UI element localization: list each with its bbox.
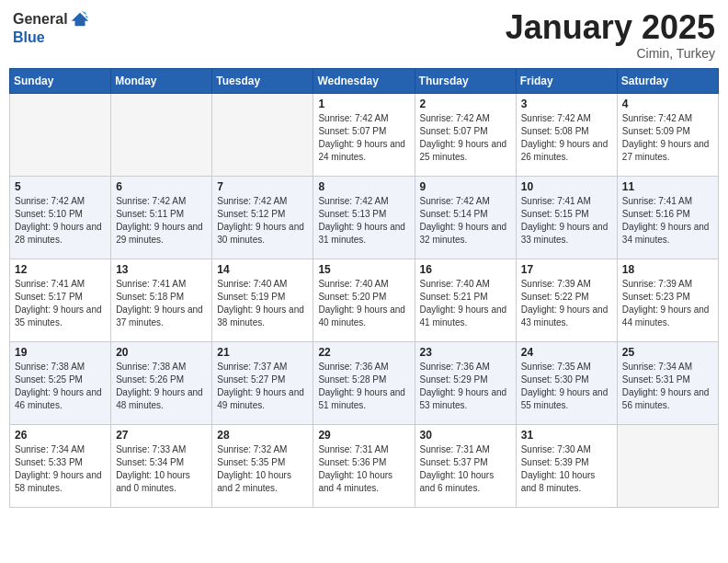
day-number: 2 bbox=[420, 98, 511, 110]
day-info: Sunrise: 7:35 AM Sunset: 5:30 PM Dayligh… bbox=[521, 361, 612, 412]
day-info: Sunrise: 7:34 AM Sunset: 5:31 PM Dayligh… bbox=[622, 361, 713, 412]
calendar-cell: 7Sunrise: 7:42 AM Sunset: 5:12 PM Daylig… bbox=[212, 176, 313, 259]
logo-icon bbox=[70, 9, 90, 29]
calendar-cell: 26Sunrise: 7:34 AM Sunset: 5:33 PM Dayli… bbox=[10, 424, 111, 507]
day-info: Sunrise: 7:32 AM Sunset: 5:35 PM Dayligh… bbox=[217, 443, 308, 495]
calendar-cell: 3Sunrise: 7:42 AM Sunset: 5:08 PM Daylig… bbox=[516, 93, 617, 176]
calendar-cell bbox=[212, 93, 313, 176]
day-info: Sunrise: 7:41 AM Sunset: 5:17 PM Dayligh… bbox=[15, 278, 106, 329]
calendar-cell: 28Sunrise: 7:32 AM Sunset: 5:35 PM Dayli… bbox=[212, 424, 313, 507]
month-title: January 2025 bbox=[506, 9, 715, 46]
calendar-week-row-3: 12Sunrise: 7:41 AM Sunset: 5:17 PM Dayli… bbox=[10, 259, 719, 341]
calendar-cell: 16Sunrise: 7:40 AM Sunset: 5:21 PM Dayli… bbox=[415, 259, 516, 341]
day-info: Sunrise: 7:40 AM Sunset: 5:19 PM Dayligh… bbox=[217, 278, 308, 329]
calendar-cell: 8Sunrise: 7:42 AM Sunset: 5:13 PM Daylig… bbox=[313, 176, 415, 259]
weekday-header-wednesday: Wednesday bbox=[313, 68, 415, 93]
day-number: 26 bbox=[15, 429, 106, 442]
day-number: 4 bbox=[622, 98, 713, 110]
calendar-cell: 1Sunrise: 7:42 AM Sunset: 5:07 PM Daylig… bbox=[313, 93, 415, 176]
day-number: 9 bbox=[420, 180, 511, 193]
day-number: 27 bbox=[116, 429, 207, 442]
calendar-cell: 5Sunrise: 7:42 AM Sunset: 5:10 PM Daylig… bbox=[10, 176, 111, 259]
calendar-week-row-1: 1Sunrise: 7:42 AM Sunset: 5:07 PM Daylig… bbox=[10, 93, 719, 176]
day-number: 16 bbox=[420, 263, 511, 276]
day-info: Sunrise: 7:39 AM Sunset: 5:23 PM Dayligh… bbox=[622, 278, 713, 329]
weekday-header-row: SundayMondayTuesdayWednesdayThursdayFrid… bbox=[10, 68, 719, 93]
calendar-cell: 29Sunrise: 7:31 AM Sunset: 5:36 PM Dayli… bbox=[313, 424, 415, 507]
calendar-week-row-5: 26Sunrise: 7:34 AM Sunset: 5:33 PM Dayli… bbox=[10, 424, 719, 507]
calendar-cell: 17Sunrise: 7:39 AM Sunset: 5:22 PM Dayli… bbox=[516, 259, 617, 341]
calendar-cell: 13Sunrise: 7:41 AM Sunset: 5:18 PM Dayli… bbox=[111, 259, 212, 341]
weekday-header-saturday: Saturday bbox=[617, 68, 718, 93]
weekday-header-thursday: Thursday bbox=[415, 68, 516, 93]
calendar-cell: 20Sunrise: 7:38 AM Sunset: 5:26 PM Dayli… bbox=[111, 341, 212, 424]
calendar-cell: 2Sunrise: 7:42 AM Sunset: 5:07 PM Daylig… bbox=[415, 93, 516, 176]
day-number: 23 bbox=[420, 346, 511, 359]
day-info: Sunrise: 7:40 AM Sunset: 5:21 PM Dayligh… bbox=[420, 278, 511, 329]
calendar-table: SundayMondayTuesdayWednesdayThursdayFrid… bbox=[9, 68, 719, 508]
day-info: Sunrise: 7:37 AM Sunset: 5:27 PM Dayligh… bbox=[217, 361, 308, 412]
calendar-cell: 11Sunrise: 7:41 AM Sunset: 5:16 PM Dayli… bbox=[617, 176, 718, 259]
calendar-week-row-4: 19Sunrise: 7:38 AM Sunset: 5:25 PM Dayli… bbox=[10, 341, 719, 424]
day-number: 5 bbox=[15, 180, 106, 193]
day-info: Sunrise: 7:41 AM Sunset: 5:18 PM Dayligh… bbox=[116, 278, 207, 329]
day-info: Sunrise: 7:42 AM Sunset: 5:08 PM Dayligh… bbox=[521, 112, 612, 164]
page-header: General Blue January 2025 Cimin, Turkey bbox=[9, 9, 719, 61]
logo-general: General bbox=[13, 11, 68, 28]
day-number: 25 bbox=[622, 346, 713, 359]
day-number: 17 bbox=[521, 263, 612, 276]
day-info: Sunrise: 7:41 AM Sunset: 5:16 PM Dayligh… bbox=[622, 195, 713, 247]
calendar-cell: 6Sunrise: 7:42 AM Sunset: 5:11 PM Daylig… bbox=[111, 176, 212, 259]
day-info: Sunrise: 7:36 AM Sunset: 5:29 PM Dayligh… bbox=[420, 361, 511, 412]
day-number: 28 bbox=[217, 429, 308, 442]
day-number: 20 bbox=[116, 346, 207, 359]
calendar-cell bbox=[617, 424, 718, 507]
day-number: 31 bbox=[521, 429, 612, 442]
day-number: 12 bbox=[15, 263, 106, 276]
day-number: 30 bbox=[420, 429, 511, 442]
calendar-cell: 18Sunrise: 7:39 AM Sunset: 5:23 PM Dayli… bbox=[617, 259, 718, 341]
day-number: 10 bbox=[521, 180, 612, 193]
calendar-cell: 14Sunrise: 7:40 AM Sunset: 5:19 PM Dayli… bbox=[212, 259, 313, 341]
weekday-header-tuesday: Tuesday bbox=[212, 68, 313, 93]
calendar-cell: 31Sunrise: 7:30 AM Sunset: 5:39 PM Dayli… bbox=[516, 424, 617, 507]
day-info: Sunrise: 7:31 AM Sunset: 5:36 PM Dayligh… bbox=[318, 443, 409, 495]
day-info: Sunrise: 7:34 AM Sunset: 5:33 PM Dayligh… bbox=[15, 443, 106, 495]
day-number: 13 bbox=[116, 263, 207, 276]
calendar-cell: 27Sunrise: 7:33 AM Sunset: 5:34 PM Dayli… bbox=[111, 424, 212, 507]
day-info: Sunrise: 7:42 AM Sunset: 5:13 PM Dayligh… bbox=[318, 195, 409, 247]
day-number: 1 bbox=[318, 98, 409, 110]
day-info: Sunrise: 7:33 AM Sunset: 5:34 PM Dayligh… bbox=[116, 443, 207, 495]
day-number: 8 bbox=[318, 180, 409, 193]
day-number: 29 bbox=[318, 429, 409, 442]
day-info: Sunrise: 7:42 AM Sunset: 5:07 PM Dayligh… bbox=[318, 112, 409, 164]
calendar-cell: 30Sunrise: 7:31 AM Sunset: 5:37 PM Dayli… bbox=[415, 424, 516, 507]
weekday-header-friday: Friday bbox=[516, 68, 617, 93]
day-number: 24 bbox=[521, 346, 612, 359]
calendar-cell: 21Sunrise: 7:37 AM Sunset: 5:27 PM Dayli… bbox=[212, 341, 313, 424]
calendar-cell: 12Sunrise: 7:41 AM Sunset: 5:17 PM Dayli… bbox=[10, 259, 111, 341]
calendar-cell: 10Sunrise: 7:41 AM Sunset: 5:15 PM Dayli… bbox=[516, 176, 617, 259]
day-info: Sunrise: 7:42 AM Sunset: 5:11 PM Dayligh… bbox=[116, 195, 207, 247]
day-info: Sunrise: 7:42 AM Sunset: 5:09 PM Dayligh… bbox=[622, 112, 713, 164]
logo-blue: Blue bbox=[13, 29, 45, 46]
day-number: 7 bbox=[217, 180, 308, 193]
calendar-cell: 4Sunrise: 7:42 AM Sunset: 5:09 PM Daylig… bbox=[617, 93, 718, 176]
calendar-cell: 15Sunrise: 7:40 AM Sunset: 5:20 PM Dayli… bbox=[313, 259, 415, 341]
day-info: Sunrise: 7:36 AM Sunset: 5:28 PM Dayligh… bbox=[318, 361, 409, 412]
calendar-cell: 19Sunrise: 7:38 AM Sunset: 5:25 PM Dayli… bbox=[10, 341, 111, 424]
day-number: 11 bbox=[622, 180, 713, 193]
weekday-header-sunday: Sunday bbox=[10, 68, 111, 93]
day-number: 21 bbox=[217, 346, 308, 359]
day-info: Sunrise: 7:31 AM Sunset: 5:37 PM Dayligh… bbox=[420, 443, 511, 495]
day-number: 22 bbox=[318, 346, 409, 359]
day-number: 15 bbox=[318, 263, 409, 276]
calendar-cell: 25Sunrise: 7:34 AM Sunset: 5:31 PM Dayli… bbox=[617, 341, 718, 424]
weekday-header-monday: Monday bbox=[111, 68, 212, 93]
calendar-week-row-2: 5Sunrise: 7:42 AM Sunset: 5:10 PM Daylig… bbox=[10, 176, 719, 259]
title-area: January 2025 Cimin, Turkey bbox=[506, 9, 715, 61]
calendar-cell: 23Sunrise: 7:36 AM Sunset: 5:29 PM Dayli… bbox=[415, 341, 516, 424]
day-info: Sunrise: 7:38 AM Sunset: 5:26 PM Dayligh… bbox=[116, 361, 207, 412]
day-number: 6 bbox=[116, 180, 207, 193]
day-number: 18 bbox=[622, 263, 713, 276]
